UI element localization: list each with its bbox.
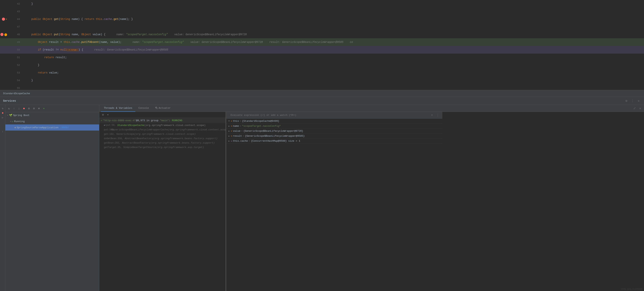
frame-class-0: StandardScopeCache xyxy=(117,124,144,127)
thread-panel: ⊟ ▾ ✓ "http-nio-8080-exec-4"@8,973 in gr… xyxy=(99,112,226,291)
code-line-44: ➤ 44 public Object get(String name) { re… xyxy=(0,15,644,23)
expand-this[interactable]: ▶ xyxy=(228,120,230,122)
services-header-icons: ⚙ ⋮ ✕ xyxy=(624,99,641,103)
thread-filter-icon[interactable]: ⊟ xyxy=(101,113,105,117)
stack-frame-0[interactable]: ↩ put:50, StandardScopeCache (org.spring… xyxy=(99,123,226,127)
stack-frame-4[interactable]: getBean:202, AbstractBeanFactory (org.sp… xyxy=(99,141,226,145)
run-configs-icon[interactable]: ⚙ xyxy=(27,106,31,111)
expand-value[interactable]: ▶ xyxy=(228,130,230,132)
add-config-icon[interactable]: ⊕ xyxy=(37,106,41,111)
eval-more-icon[interactable]: ⋮ xyxy=(436,113,440,118)
frame-num-1: put:349, xyxy=(104,128,110,131)
spring-icon: 🌱 xyxy=(9,114,12,117)
up-icon[interactable]: ↑ xyxy=(12,106,16,111)
var-value-this-cache: {ConcurrentHashMap@9500} size = 1 xyxy=(251,140,300,142)
app-icon: ⚙ xyxy=(14,126,16,129)
line-number-55: 55 xyxy=(8,87,23,90)
download-icon[interactable]: ↓ xyxy=(1,129,4,133)
var-eq-2: = xyxy=(241,130,243,132)
expand-name[interactable]: ▶ xyxy=(228,125,230,127)
right-panel: Threads & Variables Console 🔌 Actuator ⤢… xyxy=(99,105,644,291)
variables-panel: ▶ ≡ this = {StandardScopeCache@9499} ▶ ≡… xyxy=(226,119,442,291)
thread-dropdown-icon[interactable]: ▾ xyxy=(106,113,110,117)
settings-icon[interactable]: ⚙ xyxy=(624,99,629,103)
evaluate-bar: + ⋮ xyxy=(226,112,442,119)
tab-threads-label: Threads & Variables xyxy=(104,107,132,109)
line-number-50: 50 xyxy=(8,48,23,51)
var-value-result: {GenericScope$BeanLifecycleWrapper@9585} xyxy=(245,135,305,137)
thread-toolbar: ⊟ ▾ xyxy=(99,112,226,118)
tab-close-icon[interactable]: ✕ xyxy=(638,106,642,111)
collapse-icon[interactable]: ✕ xyxy=(636,99,641,103)
var-value-this: {StandardScopeCache@9499} xyxy=(242,120,279,123)
side-icon-4[interactable] xyxy=(1,120,4,124)
line-content-52: } xyxy=(23,63,644,67)
code-line-53: 53 return value; xyxy=(0,69,644,77)
stack-frame-3[interactable]: doGetBean:356, AbstractBeanFactory (org.… xyxy=(99,136,226,141)
tree-expand-arrow: ▾ xyxy=(7,114,8,117)
line-number-49: 49 xyxy=(8,41,23,44)
line-content-44: public Object get(String name) { return … xyxy=(23,18,644,21)
filter-icon[interactable]: ⊟ xyxy=(32,106,36,111)
var-name-name: name xyxy=(233,125,239,127)
code-line-42: 42 } xyxy=(0,0,644,8)
stop-icon[interactable]: ■ xyxy=(22,106,26,111)
expand-this-cache[interactable]: ▶ xyxy=(228,140,230,142)
line-markers-48: ⬤ xyxy=(0,33,8,36)
down-icon[interactable]: ↓ xyxy=(17,106,21,111)
replay-icon-0: ↩ xyxy=(104,124,106,127)
line-content-53: return value; xyxy=(23,71,644,74)
var-item-this-cache[interactable]: ▶ ∞ this.cache = {ConcurrentHashMap@9500… xyxy=(226,139,442,144)
var-item-name[interactable]: ▶ ≡ name = "scopedTarget.nacosConfig" xyxy=(226,124,442,129)
frame-package-0: (org.springframework.cloud.context.scope… xyxy=(144,124,206,127)
side-icon-3[interactable]: ▷ xyxy=(1,116,4,119)
var-eq-1: = xyxy=(240,125,241,127)
stop-red-icon[interactable]: ■ xyxy=(1,111,4,115)
tab-console[interactable]: Console xyxy=(135,105,152,112)
expand-result[interactable]: ▶ xyxy=(228,135,230,137)
watermark: CSDN @iq_41835005 xyxy=(621,288,642,290)
services-tree: ↻ ↑ ↓ ■ ⚙ ⊟ ⊕ + ▾ 🌱 Spring Boot ▾ ▷ Runn… xyxy=(5,105,99,291)
frame-num-5: getTarget:35, xyxy=(104,146,122,149)
var-type-eq-0: ≡ xyxy=(231,120,232,122)
tab-expand-icon[interactable]: ⤢ xyxy=(632,106,637,111)
var-name-result: result xyxy=(233,135,242,137)
thread-item-selected[interactable]: ✓ "http-nio-8080-exec-4"@8,973 in group … xyxy=(99,118,226,123)
frame-num-4: getBean:202, xyxy=(104,142,120,144)
var-type-eq-3: ≡ xyxy=(231,135,232,137)
var-item-value[interactable]: ▶ ≡ value = {GenericScope$BeanLifecycleW… xyxy=(226,129,442,134)
tree-item-spring-boot[interactable]: ▾ 🌱 Spring Boot xyxy=(5,112,99,118)
refresh-icon[interactable]: ↻ xyxy=(7,106,11,111)
var-item-result[interactable]: ▶ ≡ result = {GenericScope$BeanLifecycle… xyxy=(226,134,442,139)
frame-num-3: doGetBean:356, xyxy=(104,137,123,140)
restart-icon[interactable]: ↻ xyxy=(1,106,4,110)
panel-label: StandardScopeCache xyxy=(0,90,644,97)
side-icon-5[interactable] xyxy=(1,125,4,129)
plus-icon[interactable]: + xyxy=(42,106,46,111)
frame-num-0: put:50, xyxy=(106,124,116,127)
evaluate-input[interactable] xyxy=(228,113,430,118)
tab-threads-variables[interactable]: Threads & Variables xyxy=(101,105,135,112)
main-content: ⊟ ▾ ✓ "http-nio-8080-exec-4"@8,973 in gr… xyxy=(99,112,644,291)
var-item-this[interactable]: ▶ ≡ this = {StandardScopeCache@9499} xyxy=(226,119,442,124)
tab-actuator[interactable]: 🔌 Actuator xyxy=(152,105,174,112)
line-number-44: 44 xyxy=(8,18,23,21)
ellipsis-icon[interactable]: ⋮ xyxy=(630,99,635,103)
code-line-54: 54 } xyxy=(0,77,644,84)
code-line-47: 47 xyxy=(0,23,644,31)
var-type-oo-0: ∞ xyxy=(231,140,232,142)
var-name-value: value xyxy=(233,130,240,132)
frame-num-2: get:182, xyxy=(104,133,115,136)
var-type-eq-2: ≡ xyxy=(231,130,232,132)
code-line-52: 52 } xyxy=(0,61,644,69)
add-watch-icon[interactable]: + xyxy=(430,113,434,118)
code-editor: 42 } 43 ➤ 44 public Object get(String na… xyxy=(0,0,644,90)
stack-frame-1[interactable]: put:349, GenericScope$BeanLifecycleWrapp… xyxy=(99,127,226,132)
stack-frame-2[interactable]: get:182, GenericScope (org.springframewo… xyxy=(99,132,226,136)
line-content-50: if (result != null = true ) { result: Ge… xyxy=(23,48,644,51)
tree-item-app[interactable]: ⚙ SpringSourceParseApplication :8080/ xyxy=(5,124,99,131)
tree-label-spring-boot: Spring Boot xyxy=(13,114,30,117)
tree-expand-running: ▾ xyxy=(10,120,11,123)
stack-frame-5[interactable]: getTarget:35, SimpleBeanTargetSource (or… xyxy=(99,145,226,150)
tree-item-running[interactable]: ▾ ▷ Running xyxy=(5,118,99,124)
